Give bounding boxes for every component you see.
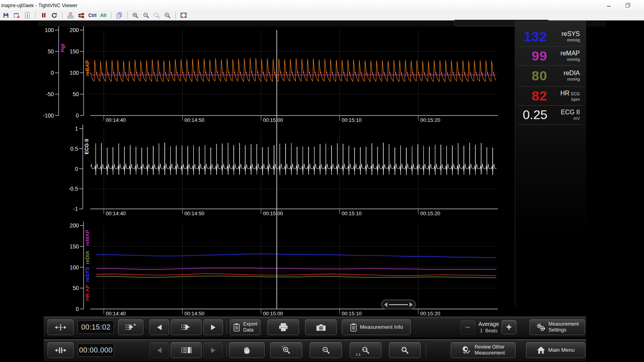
- range-scrubber-button[interactable]: [48, 342, 74, 358]
- svg-text:00:14:50: 00:14:50: [185, 210, 205, 216]
- zoom-fit-button[interactable]: [389, 342, 421, 358]
- hr-label: HR ECG: [547, 90, 580, 97]
- pan-button[interactable]: [229, 342, 265, 358]
- svg-text:0: 0: [76, 306, 79, 312]
- svg-text:50: 50: [72, 91, 79, 97]
- ecg-label: ECG II: [547, 109, 580, 116]
- measurement-settings-button[interactable]: MeasurementSettings: [530, 319, 585, 335]
- zoom-out-button[interactable]: [310, 342, 342, 358]
- redia-unit: mmHg: [547, 77, 580, 81]
- zoom-fit-icon: [400, 346, 409, 354]
- scroll-left-icon[interactable]: [384, 302, 387, 307]
- redia-label: reDIA: [547, 70, 580, 77]
- vital-tile-remap: 99 reMAPmmHg: [515, 47, 585, 65]
- minus-icon: −: [465, 322, 470, 333]
- clipboard-icon: [233, 323, 240, 332]
- remap-unit: mmHg: [547, 57, 580, 62]
- next-marker-button[interactable]: [203, 342, 223, 358]
- scrollbar-track[interactable]: [389, 304, 408, 305]
- previous-marker-icon: [156, 347, 162, 354]
- clipboard-icon: [350, 323, 357, 332]
- export-data-button[interactable]: ExportData: [230, 319, 261, 335]
- svg-text:100: 100: [70, 264, 79, 271]
- snapshot-button[interactable]: [305, 319, 337, 335]
- svg-text:1: 1: [75, 125, 78, 132]
- add-marker-button[interactable]: [118, 319, 143, 335]
- beat-scrubber-button[interactable]: [48, 319, 74, 335]
- average-increase-button[interactable]: +: [501, 320, 516, 334]
- add-marker-icon: [125, 324, 136, 331]
- print-button[interactable]: [267, 319, 299, 335]
- redia-value: 80: [515, 68, 547, 83]
- svg-text:ECG II: ECG II: [84, 139, 90, 154]
- svg-text:00:14:40: 00:14:40: [106, 311, 126, 317]
- review-eye-icon: [461, 346, 472, 354]
- panel-divider: [518, 124, 582, 125]
- range-scrubber-icon: [54, 347, 67, 354]
- svg-text:-0.5: -0.5: [69, 186, 78, 192]
- ecg-unit: mV: [547, 116, 580, 121]
- hand-pan-icon: [243, 347, 251, 354]
- home-icon: [537, 346, 545, 354]
- zoom-out-icon: [322, 346, 330, 354]
- svg-text:00:15:20: 00:15:20: [420, 210, 440, 216]
- svg-text:00:14:40: 00:14:40: [106, 210, 126, 216]
- ecg-value: 0.25: [515, 108, 547, 122]
- zoom-select-button[interactable]: [270, 342, 302, 358]
- previous-marker-button[interactable]: [149, 342, 169, 358]
- svg-text:50: 50: [48, 48, 54, 55]
- svg-text:00:15:10: 00:15:10: [342, 311, 362, 317]
- next-marker-icon: [210, 347, 216, 354]
- zoom-one-to-one-button[interactable]: 1:1: [350, 342, 381, 358]
- previous-beat-button[interactable]: [149, 319, 169, 335]
- marker-list-button[interactable]: [171, 319, 202, 335]
- main-menu-button[interactable]: Main Menu: [526, 342, 585, 358]
- svg-text:00:14:40: 00:14:40: [106, 117, 126, 123]
- svg-text:00:14:50: 00:14:50: [185, 117, 205, 123]
- vital-tile-resys: 132 reSYSmmHg: [515, 27, 585, 46]
- chart-horizontal-scrollbar[interactable]: [381, 299, 416, 309]
- average-label: Average: [477, 321, 501, 328]
- svg-text:150: 150: [70, 243, 79, 250]
- average-decrease-button[interactable]: −: [460, 320, 475, 334]
- resys-label: reSYS: [547, 30, 580, 38]
- vital-tile-ecg: 0.25 ECG IImV: [515, 106, 585, 124]
- svg-text:reDIA: reDIA: [84, 250, 90, 264]
- cursor-time-display: 00:15:02: [78, 320, 114, 334]
- svg-text:HR AP: HR AP: [84, 285, 90, 301]
- next-beat-icon: [210, 324, 216, 331]
- svg-text:0: 0: [76, 112, 79, 119]
- zoom-select-icon: [282, 346, 291, 354]
- svg-text:00:15:00: 00:15:00: [263, 210, 283, 216]
- svg-text:50: 50: [72, 285, 79, 291]
- svg-text:0.5: 0.5: [70, 146, 78, 152]
- scroll-right-icon[interactable]: [410, 302, 413, 307]
- svg-text:100: 100: [70, 70, 79, 76]
- next-beat-button[interactable]: [203, 319, 223, 335]
- average-setting: Average 1 Beats: [477, 321, 501, 334]
- svg-text:-100: -100: [43, 112, 54, 119]
- svg-text:reMAP: reMAP: [84, 229, 90, 246]
- remap-value: 99: [515, 48, 547, 64]
- svg-text:00:15:10: 00:15:10: [342, 117, 362, 123]
- marker-list-icon: [181, 324, 192, 331]
- previous-beat-icon: [156, 324, 162, 331]
- camera-icon: [316, 323, 326, 332]
- review-other-measurement-button[interactable]: Review OtherMeasurement: [451, 342, 516, 358]
- hr-source-label: ECG: [571, 92, 580, 96]
- hr-unit: bpm: [547, 97, 580, 102]
- svg-text:200: 200: [70, 222, 79, 229]
- beat-scrubber-icon: [54, 324, 67, 331]
- marker-block-icon: [181, 347, 192, 354]
- average-value: 1 Beats: [477, 328, 501, 334]
- marker-block-button[interactable]: [171, 342, 202, 358]
- svg-text:0: 0: [51, 70, 54, 76]
- svg-text:00:15:20: 00:15:20: [420, 117, 440, 123]
- svg-text:00:15:00: 00:15:00: [263, 311, 283, 317]
- toolbar-separator: [426, 343, 426, 357]
- measurement-info-button[interactable]: Measurement Info: [342, 319, 411, 335]
- svg-text:00:14:50: 00:14:50: [185, 311, 205, 317]
- svg-text:Hgt: Hgt: [59, 44, 65, 52]
- svg-text:00:15:00: 00:15:00: [263, 117, 283, 123]
- svg-text:150: 150: [70, 48, 79, 55]
